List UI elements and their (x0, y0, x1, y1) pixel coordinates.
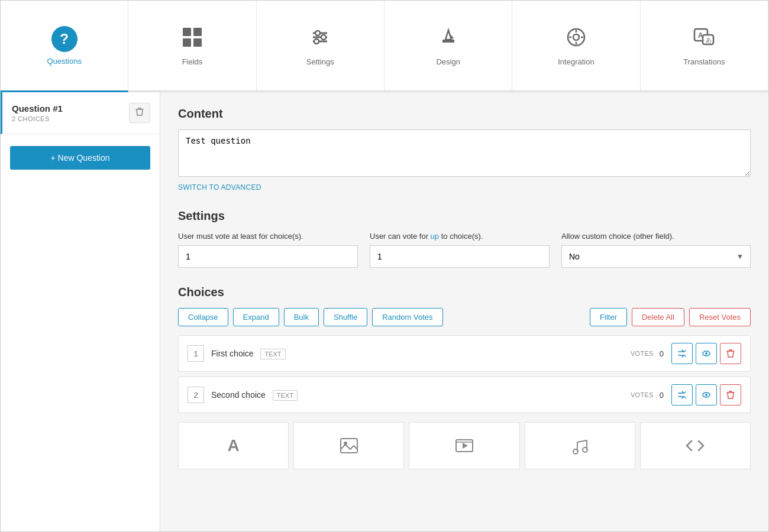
new-question-button[interactable]: + New Question (10, 146, 150, 170)
add-audio-choice-card[interactable] (525, 422, 635, 469)
choice-actions-1: VOTES 0 (631, 343, 741, 364)
choice-name-1: First choice TEXT (211, 349, 631, 358)
eye-choice-2-button[interactable] (696, 384, 717, 406)
code-icon (684, 439, 706, 453)
custom-choice-label: Allow custom choice (other field). (561, 232, 751, 241)
delete-choice-2-button[interactable] (720, 384, 741, 406)
svg-point-20 (705, 394, 707, 396)
collapse-button[interactable]: Collapse (178, 308, 228, 326)
eye-choice-1-button[interactable] (696, 343, 717, 364)
tab-questions[interactable]: ? Questions (1, 1, 128, 92)
choices-toolbar: Collapse Expand Bulk Shuffle Random Vote… (178, 308, 751, 326)
choice-row-2: 2 Second choice TEXT VOTES 0 (178, 377, 751, 413)
add-choices-row: A (178, 422, 751, 469)
tab-integration[interactable]: Integration (512, 1, 640, 90)
delete-all-button[interactable]: Delete All (632, 308, 684, 326)
min-votes-field: User must vote at least for choice(s). (178, 232, 358, 268)
custom-choice-select-wrapper: No Yes (561, 245, 751, 268)
settings-title: Settings (178, 209, 751, 223)
delete-choice-1-button[interactable] (720, 343, 741, 364)
add-code-choice-card[interactable] (640, 422, 751, 469)
svg-point-9 (314, 39, 319, 44)
choices-title: Choices (178, 286, 751, 299)
svg-rect-21 (341, 439, 357, 453)
max-votes-field: User can vote for up to choice(s). (370, 232, 550, 268)
choice-actions-2: VOTES 0 (631, 384, 741, 406)
votes-count-2: 0 (660, 391, 664, 400)
svg-rect-3 (193, 38, 202, 47)
tab-questions-label: Questions (47, 57, 82, 66)
choice-number-1: 1 (188, 345, 204, 362)
choices-toolbar-right: Filter Delete All Reset Votes (590, 308, 751, 326)
delete-question-button[interactable] (129, 103, 150, 123)
content-textarea[interactable]: Test question (178, 129, 751, 177)
settings-section: Settings User must vote at least for cho… (178, 209, 751, 268)
video-icon (455, 437, 474, 454)
tab-design-label: Design (436, 57, 460, 66)
votes-count-1: 0 (660, 349, 664, 358)
add-text-choice-card[interactable]: A (178, 422, 289, 469)
reset-votes-button[interactable]: Reset Votes (689, 308, 751, 326)
choice-tag-1: TEXT (260, 349, 285, 359)
integration-icon (564, 25, 588, 53)
choices-toolbar-left: Collapse Expand Bulk Shuffle Random Vote… (178, 308, 443, 326)
filter-button[interactable]: Filter (590, 308, 627, 326)
question-info: Question #1 2 CHOICES (12, 103, 63, 122)
tab-integration-label: Integration (558, 57, 594, 66)
svg-point-18 (705, 352, 707, 355)
tab-translations[interactable]: A あ Translations (641, 1, 768, 90)
choice-number-2: 2 (188, 387, 204, 403)
svg-marker-24 (463, 443, 468, 449)
text-icon: A (227, 436, 239, 455)
question-title: Question #1 (12, 103, 63, 113)
tab-fields[interactable]: Fields (128, 1, 256, 90)
content-area: Content Test question SWITCH TO ADVANCED… (160, 92, 768, 531)
random-votes-button[interactable]: Random Votes (372, 308, 442, 326)
tab-translations-label: Translations (683, 57, 725, 66)
shuffle-button[interactable]: Shuffle (324, 308, 367, 326)
tab-design[interactable]: Design (384, 1, 512, 90)
question-item-1[interactable]: Question #1 2 CHOICES (1, 92, 160, 134)
votes-label-2: VOTES (631, 391, 654, 398)
max-votes-label: User can vote for up to choice(s). (370, 232, 550, 241)
svg-rect-1 (193, 28, 202, 36)
custom-choice-field: Allow custom choice (other field). No Ye… (561, 232, 751, 268)
min-votes-input[interactable] (178, 245, 358, 268)
svg-point-8 (321, 35, 326, 40)
tab-fields-label: Fields (182, 57, 203, 66)
translations-icon: A あ (692, 25, 716, 53)
votes-label-1: VOTES (631, 350, 654, 357)
tab-settings-label: Settings (306, 57, 334, 66)
image-icon (340, 437, 358, 454)
bulk-button[interactable]: Bulk (284, 308, 319, 326)
choice-tag-2: TEXT (273, 390, 298, 401)
svg-rect-0 (183, 28, 191, 36)
shuffle-choice-2-button[interactable] (671, 384, 693, 406)
shuffle-choice-1-button[interactable] (671, 343, 693, 364)
top-nav: ? Questions Fields (1, 1, 768, 92)
settings-row: User must vote at least for choice(s). U… (178, 232, 751, 268)
custom-choice-select[interactable]: No Yes (561, 245, 751, 268)
choices-section: Choices Collapse Expand Bulk Shuffle Ran… (178, 286, 751, 469)
choice-row-1: 1 First choice TEXT VOTES 0 (178, 335, 751, 372)
content-title: Content (178, 107, 751, 121)
question-subtitle: 2 CHOICES (12, 115, 63, 122)
fields-icon (180, 25, 204, 53)
add-image-choice-card[interactable] (293, 422, 404, 469)
main-body: Question #1 2 CHOICES + New Question Con… (1, 92, 768, 531)
expand-button[interactable]: Expand (233, 308, 279, 326)
content-section: Content Test question SWITCH TO ADVANCED (178, 107, 751, 192)
svg-point-12 (573, 34, 579, 40)
svg-text:あ: あ (706, 37, 712, 43)
svg-rect-2 (183, 38, 191, 47)
settings-icon (308, 25, 332, 53)
music-icon (570, 436, 589, 455)
switch-to-advanced-link[interactable]: SWITCH TO ADVANCED (178, 183, 261, 192)
tab-settings[interactable]: Settings (257, 1, 384, 90)
add-video-choice-card[interactable] (409, 422, 519, 469)
max-votes-input[interactable] (370, 245, 550, 268)
min-votes-label: User must vote at least for choice(s). (178, 232, 358, 241)
design-icon (437, 25, 460, 53)
svg-point-7 (315, 31, 320, 35)
choice-name-2: Second choice TEXT (211, 390, 631, 400)
